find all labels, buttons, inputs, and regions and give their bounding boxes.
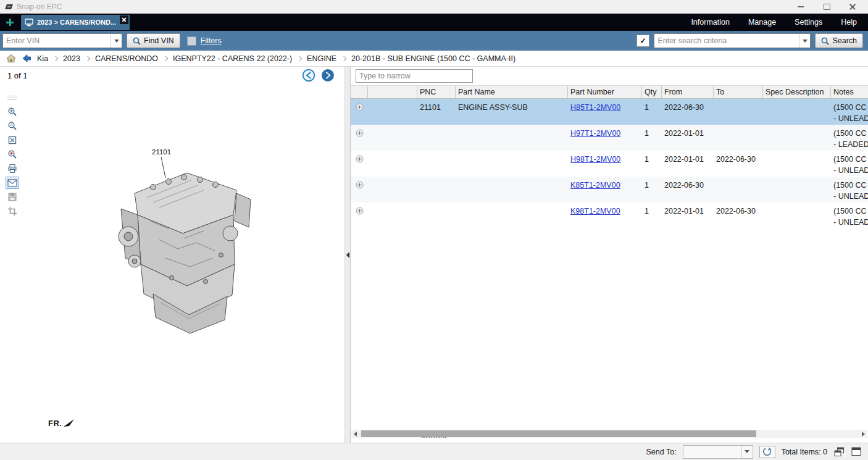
breadcrumb-item-section[interactable]: 20-201B - SUB ENGINE (1500 CC - GAMMA-II… — [351, 54, 515, 63]
part-number-link[interactable]: H97T1-2MV00 — [570, 129, 620, 138]
chevron-right-icon — [85, 56, 90, 61]
send-to-dropdown[interactable] — [683, 445, 753, 459]
chevron-down-icon[interactable] — [799, 34, 810, 48]
toolbar-grip-icon[interactable] — [6, 91, 19, 104]
cell-notes: (1500 CC- UNLEAD — [831, 177, 868, 202]
home-icon[interactable] — [6, 54, 16, 63]
expand-row-icon[interactable] — [356, 103, 364, 111]
expand-row-icon[interactable] — [356, 155, 364, 163]
cell-spec — [763, 99, 831, 102]
zoom-region-icon[interactable] — [6, 148, 19, 161]
breadcrumb-item-catalog[interactable]: IGENPTY22 - CARENS 22 (2022-) — [173, 54, 292, 63]
cell-notes: (1500 CC- UNLEAD — [831, 203, 868, 228]
table-row[interactable]: 21101 ENGINE ASSY-SUB H85T1-2MV00 1 2022… — [351, 99, 868, 125]
part-number-link[interactable]: K85T1-2MV00 — [570, 181, 620, 190]
cell-spec — [763, 203, 831, 206]
previous-page-button[interactable] — [302, 69, 315, 82]
menu-manage[interactable]: Manage — [748, 18, 776, 27]
menu-help[interactable]: Help — [841, 18, 857, 27]
diagram-callout-21101[interactable]: 21101 — [152, 148, 171, 156]
next-page-button[interactable] — [321, 69, 335, 82]
cell-part-name — [456, 151, 568, 154]
cell-to: 2022-06-30 — [714, 151, 763, 165]
find-vin-button[interactable]: Find VIN — [127, 33, 180, 48]
filters-link[interactable]: Filters — [201, 36, 222, 45]
back-arrow-icon[interactable] — [22, 54, 31, 63]
chevron-down-icon[interactable] — [111, 34, 122, 48]
column-from[interactable]: From — [662, 86, 714, 98]
vin-combobox[interactable] — [2, 33, 122, 48]
parts-table: PNC Part Name Part Number Qty From To Sp… — [351, 85, 868, 228]
breadcrumb: Kia 2023 CARENS/RONDO IGENPTY22 - CARENS… — [0, 51, 868, 67]
scroll-left-icon[interactable] — [351, 430, 359, 438]
page-nav — [302, 69, 335, 82]
restore-windows-icon[interactable] — [833, 447, 845, 457]
panel-splitter[interactable] — [344, 67, 351, 443]
tab-close-icon[interactable] — [120, 15, 128, 24]
column-expand[interactable] — [351, 86, 368, 98]
cell-to — [714, 125, 763, 128]
search-criteria-combobox[interactable] — [654, 33, 811, 48]
menu-settings[interactable]: Settings — [795, 18, 822, 27]
column-pnc[interactable]: PNC — [417, 86, 456, 98]
vin-input[interactable] — [3, 34, 111, 48]
type-to-narrow-input[interactable] — [356, 69, 473, 83]
collapse-left-icon[interactable] — [345, 246, 350, 264]
breadcrumb-item-year[interactable]: 2023 — [63, 54, 80, 63]
resize-grip[interactable] — [422, 437, 446, 441]
column-notes[interactable]: Notes — [831, 86, 868, 98]
scrollbar-thumb[interactable] — [361, 430, 756, 437]
filters-checkbox[interactable] — [187, 36, 196, 46]
table-row[interactable]: K98T1-2MV00 1 2022-01-01 2022-06-30 (150… — [351, 203, 868, 228]
print-icon[interactable] — [6, 162, 19, 175]
column-spec-description[interactable]: Spec Description — [763, 86, 831, 98]
column-qty[interactable]: Qty — [642, 86, 662, 98]
chevron-down-icon[interactable] — [741, 446, 753, 458]
maximize-panel-icon[interactable] — [851, 447, 862, 457]
zoom-out-icon[interactable] — [6, 120, 19, 132]
cell-qty: 1 — [642, 99, 662, 113]
scroll-right-icon[interactable] — [859, 430, 867, 438]
table-row[interactable]: K85T1-2MV00 1 2022-06-30 (1500 CC- UNLEA… — [351, 177, 868, 203]
email-icon[interactable] — [6, 177, 19, 189]
column-part-name[interactable]: Part Name — [456, 86, 568, 98]
part-number-link[interactable]: H85T1-2MV00 — [570, 103, 620, 112]
menu-information[interactable]: Information — [691, 18, 730, 27]
search-options-checkbox[interactable]: ✓ — [636, 35, 649, 47]
fit-to-window-icon[interactable] — [6, 134, 19, 146]
column-to[interactable]: To — [714, 86, 763, 98]
save-image-icon[interactable] — [6, 191, 19, 203]
new-tab-button[interactable] — [4, 16, 16, 28]
table-row[interactable]: H97T1-2MV00 1 2022-01-01 (1500 CC- LEADE… — [351, 125, 868, 151]
breadcrumb-item-model[interactable]: CARENS/RONDO — [95, 54, 158, 63]
tab-carens[interactable]: 2023 > CARENS/ROND... — [21, 15, 130, 30]
app-logo-icon — [5, 4, 13, 10]
cell-pnc — [417, 177, 456, 180]
part-number-link[interactable]: K98T1-2MV00 — [570, 207, 620, 215]
expand-row-icon[interactable] — [356, 181, 364, 189]
part-number-link[interactable]: H98T1-2MV00 — [570, 155, 620, 164]
column-part-number[interactable]: Part Number — [568, 86, 642, 98]
engine-diagram[interactable]: 21101 — [91, 135, 277, 359]
table-row[interactable]: H98T1-2MV00 1 2022-01-01 2022-06-30 (150… — [351, 151, 868, 177]
cell-to — [714, 99, 763, 102]
crop-icon[interactable] — [6, 205, 19, 217]
expand-row-icon[interactable] — [356, 129, 364, 137]
expand-row-icon[interactable] — [356, 207, 364, 215]
zoom-in-icon[interactable] — [6, 106, 19, 118]
close-button[interactable] — [848, 2, 857, 11]
tab-bar: 2023 > CARENS/ROND... Information Manage… — [0, 14, 868, 31]
send-button[interactable] — [759, 446, 775, 458]
cell-spec — [763, 177, 831, 180]
column-blank[interactable] — [368, 86, 417, 98]
status-bar: Send To: Total Items: 0 — [0, 443, 868, 460]
breadcrumb-item-make[interactable]: Kia — [37, 54, 48, 63]
cell-part-name — [456, 125, 568, 128]
narrow-filter-row — [351, 67, 868, 85]
search-criteria-input[interactable] — [654, 34, 799, 48]
engine-illustration — [119, 173, 251, 333]
maximize-button[interactable] — [822, 2, 831, 11]
breadcrumb-item-group[interactable]: ENGINE — [307, 54, 336, 63]
minimize-button[interactable] — [796, 2, 805, 11]
search-button[interactable]: Search — [815, 33, 863, 48]
